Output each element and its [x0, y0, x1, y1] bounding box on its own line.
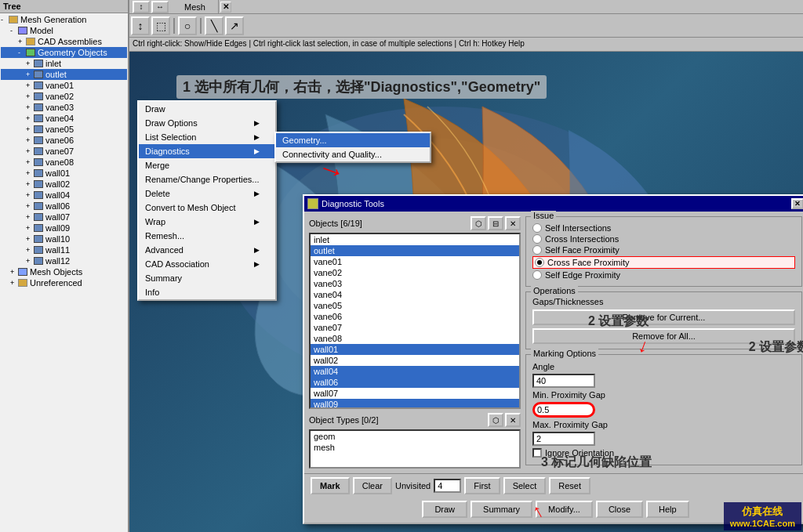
list-item[interactable]: geom: [311, 431, 519, 442]
objects-btn-3[interactable]: ✕: [505, 216, 521, 230]
remove-current-btn[interactable]: Remove for Current...: [532, 309, 795, 325]
tree-item[interactable]: + vane01: [1, 80, 127, 91]
unvisited-input[interactable]: [434, 479, 461, 493]
list-item[interactable]: vane05: [311, 300, 519, 311]
mark-btn[interactable]: Mark: [311, 477, 350, 494]
menu-item-info[interactable]: Info: [139, 285, 275, 299]
tree-item[interactable]: + vane04: [1, 113, 127, 124]
help-btn[interactable]: Help: [646, 501, 689, 518]
tree-item[interactable]: + vane08: [1, 157, 127, 168]
tree-item[interactable]: + wall04: [1, 190, 127, 201]
menu-item-draw[interactable]: Draw: [139, 102, 275, 116]
radio-self-face-proximity[interactable]: Self Face Proximity: [532, 245, 795, 255]
tree-item-outlet[interactable]: + outlet: [1, 69, 127, 80]
menu-item-convert[interactable]: Convert to Mesh Object: [139, 201, 275, 215]
submenu-geometry[interactable]: Geometry...: [276, 133, 430, 147]
dialog-close-btn[interactable]: ✕: [791, 198, 803, 209]
list-item[interactable]: vane08: [311, 333, 519, 344]
tree-item[interactable]: + vane02: [1, 91, 127, 102]
min-proximity-input[interactable]: [532, 402, 595, 418]
toolbar-btn[interactable]: ↕: [133, 1, 150, 13]
tree-item[interactable]: + inlet: [1, 58, 127, 69]
tree-item[interactable]: + vane05: [1, 124, 127, 135]
list-item[interactable]: vane06: [311, 311, 519, 322]
menu-item-cad[interactable]: CAD Association ▶: [139, 257, 275, 271]
radio-self-intersections[interactable]: Self Intersections: [532, 223, 795, 233]
expand-icon[interactable]: -: [18, 49, 26, 56]
menu-item-summary[interactable]: Summary: [139, 271, 275, 285]
tree-item[interactable]: + wall01: [1, 168, 127, 179]
tree-item[interactable]: - Model: [1, 25, 127, 36]
tree-item[interactable]: + wall02: [1, 179, 127, 190]
toolbar-btn-1[interactable]: ↕: [131, 16, 150, 35]
tree-item[interactable]: + vane03: [1, 102, 127, 113]
tree-item[interactable]: + Unreferenced: [1, 277, 127, 288]
max-proximity-input[interactable]: [532, 432, 595, 446]
menu-item-wrap[interactable]: Wrap ▶: [139, 215, 275, 229]
clear-btn[interactable]: Clear: [353, 477, 392, 494]
list-item[interactable]: wall02: [311, 355, 519, 366]
toolbar-btn-4[interactable]: ╲: [205, 16, 223, 35]
tree-item[interactable]: + wall09: [1, 223, 127, 233]
list-item[interactable]: wall01: [311, 344, 519, 355]
list-item[interactable]: vane07: [311, 322, 519, 333]
list-item[interactable]: inlet: [311, 234, 519, 245]
menu-item-merge[interactable]: Merge: [139, 158, 275, 172]
toolbar-btn[interactable]: ↔: [151, 1, 169, 13]
tree-item[interactable]: + vane06: [1, 135, 127, 146]
list-item[interactable]: mesh: [311, 442, 519, 453]
menu-item-delete[interactable]: Delete ▶: [139, 186, 275, 201]
expand-icon[interactable]: -: [1, 16, 9, 24]
list-item[interactable]: vane02: [311, 267, 519, 278]
tree-item[interactable]: + Mesh Objects: [1, 266, 127, 277]
menu-item-remesh[interactable]: Remesh...: [139, 229, 275, 243]
first-btn[interactable]: First: [464, 477, 500, 494]
obj-types-btn-1[interactable]: ⬡: [488, 413, 503, 427]
status-text: Ctrl right-click: Show/Hide Edges | Ctrl…: [133, 39, 525, 48]
list-item[interactable]: wall07: [311, 388, 519, 399]
toolbar-btn-2[interactable]: ⬚: [151, 16, 170, 35]
submenu-connectivity[interactable]: Connectivity and Quality...: [276, 147, 430, 161]
tree-item[interactable]: + wall06: [1, 201, 127, 212]
toolbar-btn-5[interactable]: ↗: [225, 16, 244, 35]
radio-cross-intersections[interactable]: Cross Intersections: [532, 234, 795, 244]
expand-icon[interactable]: -: [10, 27, 18, 34]
menu-item-diagnostics[interactable]: Diagnostics ▶: [139, 144, 275, 158]
obj-types-btn-2[interactable]: ✕: [505, 413, 521, 427]
tab-mesh[interactable]: Mesh: [172, 0, 219, 13]
menu-item-rename[interactable]: Rename/Change Properties...: [139, 172, 275, 186]
folder-icon: [18, 279, 27, 287]
close-btn[interactable]: Close: [596, 501, 643, 518]
tree-item[interactable]: + wall12: [1, 255, 127, 266]
list-item[interactable]: outlet: [311, 245, 519, 256]
tree-item[interactable]: - Mesh Generation: [1, 14, 127, 25]
tree-item[interactable]: + wall11: [1, 244, 127, 255]
select-btn[interactable]: Select: [503, 477, 547, 494]
radio-self-edge-proximity[interactable]: Self Edge Proximity: [532, 270, 795, 280]
menu-item-advanced[interactable]: Advanced ▶: [139, 243, 275, 257]
expand-icon[interactable]: +: [18, 38, 26, 45]
close-tab-btn[interactable]: ✕: [220, 2, 231, 13]
list-item[interactable]: wall09: [311, 399, 519, 409]
tree-item-geometry[interactable]: - Geometry Objects: [1, 47, 127, 58]
summary-btn[interactable]: Summary: [471, 501, 532, 518]
tree-item[interactable]: + wall07: [1, 212, 127, 223]
list-item[interactable]: vane01: [311, 256, 519, 267]
tree-item[interactable]: + CAD Assemblies: [1, 36, 127, 47]
tree-item[interactable]: + vane07: [1, 146, 127, 157]
tree-item[interactable]: + wall10: [1, 233, 127, 244]
angle-input[interactable]: [532, 374, 595, 388]
list-item[interactable]: wall04: [311, 366, 519, 377]
menu-item-list-selection[interactable]: List Selection ▶: [139, 130, 275, 144]
objects-btn-2[interactable]: ⊟: [488, 216, 503, 230]
list-item[interactable]: wall06: [311, 377, 519, 388]
toolbar-btn-3[interactable]: ○: [178, 16, 197, 35]
obj-types-listbox[interactable]: geom mesh: [309, 429, 521, 469]
objects-btn-1[interactable]: ⬡: [471, 216, 486, 230]
radio-cross-face-proximity[interactable]: Cross Face Proximity: [532, 256, 795, 269]
objects-listbox[interactable]: inlet outlet vane01 vane02 vane03 vane04…: [309, 233, 521, 409]
draw-btn[interactable]: Draw: [422, 501, 467, 518]
menu-item-draw-options[interactable]: Draw Options ▶: [139, 116, 275, 130]
list-item[interactable]: vane03: [311, 278, 519, 289]
list-item[interactable]: vane04: [311, 289, 519, 300]
